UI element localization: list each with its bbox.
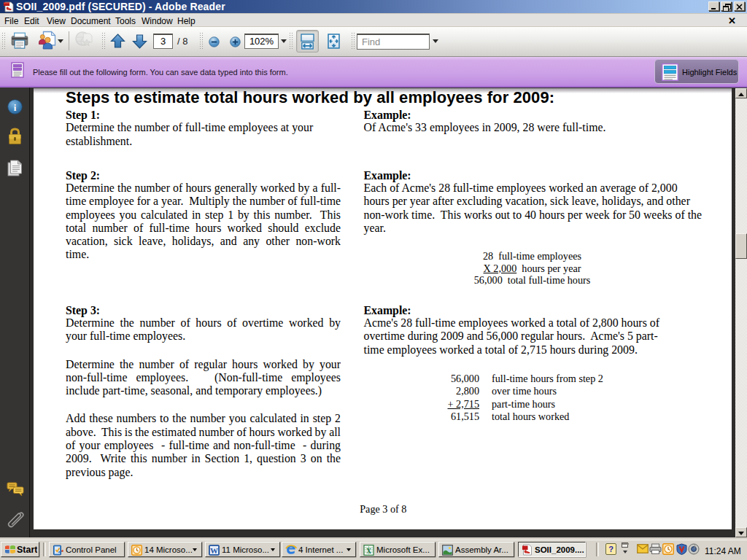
svg-text:i: i — [14, 102, 17, 113]
svg-text:W: W — [210, 546, 218, 555]
svg-text:X: X — [366, 547, 372, 555]
